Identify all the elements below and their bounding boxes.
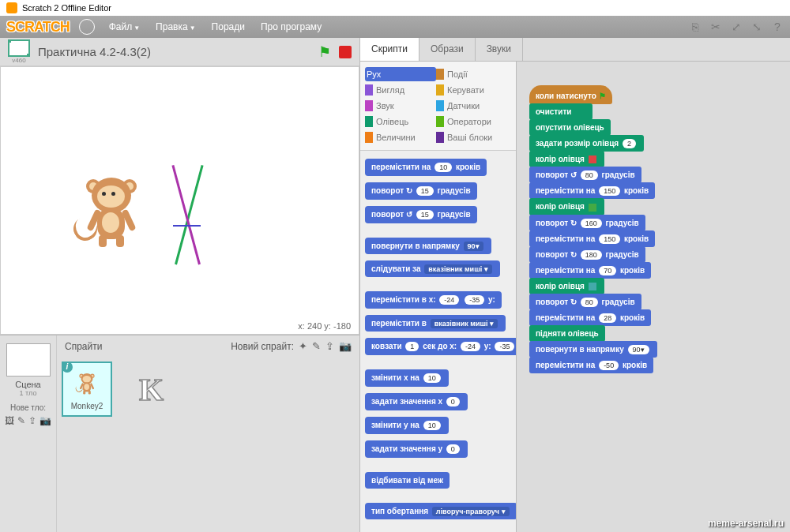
script-block[interactable]: очистити — [529, 103, 592, 120]
palette-block[interactable]: тип обертання ліворуч-праворуч ▾ — [365, 503, 517, 519]
sprite-monkey[interactable] — [80, 178, 143, 249]
script-block[interactable]: перемістити на 28 кроків — [529, 309, 651, 326]
new-sprite-label: Новий спрайт: — [231, 341, 294, 352]
tab-scripts[interactable]: Скрипти — [360, 38, 419, 61]
fullscreen-icon[interactable] — [8, 39, 30, 57]
drawn-letter-a — [159, 162, 222, 264]
menu-bar: SCRATCH Файл▼ Правка▼ Поради Про програм… — [0, 16, 790, 38]
sprite-camera-icon[interactable]: 📷 — [339, 340, 352, 352]
sprite-item-monkey2[interactable]: i Monkey2 — [62, 362, 112, 417]
palette-block[interactable]: поворот ↺ 15 градусів — [365, 206, 477, 223]
app-icon — [6, 2, 17, 13]
palette-block[interactable]: повернути в напрямку 90▾ — [365, 238, 491, 254]
help-icon[interactable]: ? — [771, 21, 784, 33]
category-Ваші блоки[interactable]: Ваші блоки — [436, 130, 507, 144]
script-block[interactable]: перемістити на -50 кроків — [529, 357, 653, 373]
stamp-icon[interactable]: ⎘ — [689, 21, 702, 33]
sprite-library-icon[interactable]: ✦ — [299, 340, 307, 352]
green-flag-icon[interactable]: ⚑ — [318, 43, 331, 61]
menu-edit[interactable]: Правка▼ — [149, 18, 201, 36]
globe-icon[interactable] — [79, 19, 95, 35]
coords-readout: x: 240 y: -180 — [298, 321, 351, 331]
script-block[interactable]: колір олівця — [529, 151, 604, 167]
palette-block[interactable]: задати значення x 0 — [365, 393, 468, 410]
palette-block[interactable]: змінити y на 10 — [365, 417, 449, 434]
palette-block[interactable]: поворот ↻ 15 градусів — [365, 182, 477, 200]
script-block[interactable]: перемістити на 70 кроків — [529, 262, 651, 279]
tab-sounds[interactable]: Звуки — [476, 38, 523, 61]
palette-block[interactable]: слідувати за вказівник миші ▾ — [365, 260, 500, 277]
category-Звук[interactable]: Звук — [365, 99, 436, 113]
backdrop-paint-icon[interactable]: ✎ — [17, 415, 25, 426]
sprites-title: Спрайти — [65, 341, 231, 352]
menu-about[interactable]: Про програму — [254, 18, 328, 36]
palette-block[interactable]: перемістити на 10 кроків — [365, 159, 487, 176]
scene-label: Сцена — [3, 380, 53, 389]
palette-blocks-list: перемістити на 10 кроківповорот ↻ 15 гра… — [360, 151, 516, 527]
script-canvas[interactable]: коли натиснуто ⚑очиститиопустити олівець… — [517, 62, 790, 532]
project-title[interactable]: Практична 4.2-4.3(2) — [38, 45, 310, 58]
tabs: Скрипти Образи Звуки — [360, 38, 790, 62]
category-Датчики[interactable]: Датчики — [436, 99, 507, 113]
category-Олівець[interactable]: Олівець — [365, 114, 436, 129]
sprites-panel: Сцена 1 тло Нове тло: 🖼 ✎ ⇪ 📷 Спрайти Но… — [0, 335, 359, 532]
categories: РухПодіїВиглядКеруватиЗвукДатчикиОлівець… — [360, 62, 516, 151]
watermark: meme-arsenal.ru — [708, 518, 784, 529]
cut-icon[interactable]: ✂ — [709, 21, 722, 33]
sprite-info-icon[interactable]: i — [62, 362, 73, 373]
tab-costumes[interactable]: Образи — [419, 38, 476, 61]
script-block[interactable]: поворот ↺ 80 градусів — [529, 167, 641, 183]
category-Оператори[interactable]: Оператори — [436, 114, 507, 129]
stage[interactable]: K x: 240 y: -180 — [0, 66, 359, 335]
palette-block[interactable]: перемістити в вказівник миші ▾ — [365, 315, 506, 332]
script-block[interactable]: опустити олівець — [529, 119, 611, 136]
script-block[interactable]: поворот ↻ 80 градусів — [529, 294, 641, 310]
backdrop-library-icon[interactable]: 🖼 — [5, 415, 14, 426]
script-block[interactable]: колір олівця — [529, 198, 604, 215]
category-Рух[interactable]: Рух — [365, 67, 436, 81]
block-palette: РухПодіїВиглядКеруватиЗвукДатчикиОлівець… — [360, 62, 517, 532]
grow-icon[interactable]: ⤢ — [730, 21, 743, 33]
category-Вигляд[interactable]: Вигляд — [365, 83, 436, 97]
script-block[interactable]: повернути в напрямку 90▾ — [529, 341, 657, 358]
script-block[interactable]: поворот ↻ 180 градусів — [529, 246, 645, 263]
sprite-name: Monkey2 — [63, 402, 111, 410]
backdrop-camera-icon[interactable]: 📷 — [40, 415, 51, 426]
new-backdrop-label: Нове тло: — [3, 403, 53, 412]
version-label: v460 — [12, 57, 25, 64]
script-block[interactable]: перемістити на 150 кроків — [529, 230, 655, 247]
menu-file[interactable]: Файл▼ — [103, 18, 146, 36]
palette-block[interactable]: ковзати 1 сек до x: -24 y: -35 — [365, 338, 517, 355]
letter-k-overlay: K — [139, 371, 164, 408]
scratch-logo: SCRATCH — [6, 19, 70, 36]
script-block[interactable]: поворот ↻ 160 градусів — [529, 215, 645, 231]
category-Керувати[interactable]: Керувати — [436, 83, 507, 97]
palette-block[interactable]: відбивати від меж — [365, 472, 450, 489]
sprite-upload-icon[interactable]: ⇪ — [325, 340, 334, 352]
stage-thumbnail[interactable] — [6, 343, 51, 377]
palette-block[interactable]: перемістити в x: -24 -35 y: — [365, 291, 502, 309]
stop-icon[interactable] — [339, 46, 352, 58]
sprite-paint-icon[interactable]: ✎ — [312, 340, 321, 352]
palette-block[interactable]: змінити x на 10 — [365, 369, 449, 387]
backdrop-upload-icon[interactable]: ⇪ — [28, 415, 36, 426]
script-block[interactable]: перемістити на 150 кроків — [529, 182, 655, 199]
script-block[interactable]: коли натиснуто ⚑ — [529, 85, 612, 104]
category-Величини[interactable]: Величини — [365, 130, 436, 144]
scene-backdrop-count: 1 тло — [3, 389, 53, 397]
category-Події[interactable]: Події — [436, 67, 507, 81]
script-stack[interactable]: коли натиснуто ⚑очиститиопустити олівець… — [529, 85, 777, 373]
script-block[interactable]: підняти олівець — [529, 325, 605, 342]
script-block[interactable]: задати розмір олівця 2 — [529, 135, 644, 152]
window-titlebar: Scratch 2 Offline Editor — [0, 0, 790, 16]
shrink-icon[interactable]: ⤡ — [750, 21, 763, 33]
window-title: Scratch 2 Offline Editor — [22, 3, 111, 13]
palette-block[interactable]: задати значення y 0 — [365, 440, 468, 458]
menu-tips[interactable]: Поради — [205, 18, 251, 36]
script-block[interactable]: колір олівця — [529, 278, 604, 294]
stage-header: v460 Практична 4.2-4.3(2) ⚑ — [0, 38, 359, 66]
